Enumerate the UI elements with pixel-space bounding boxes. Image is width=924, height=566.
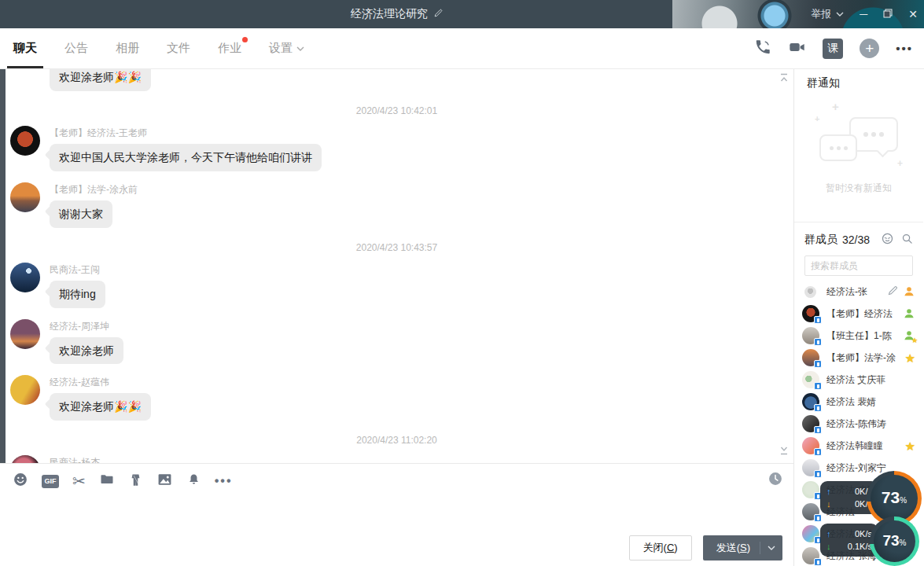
upload-arrow-icon: ↑ xyxy=(826,485,831,498)
image-icon[interactable] xyxy=(156,472,173,491)
message-bubble: 欢迎涂老师 xyxy=(50,337,123,365)
class-mode-button[interactable]: 课 xyxy=(823,39,843,59)
mobile-online-badge xyxy=(814,426,822,434)
mobile-online-badge xyxy=(814,404,822,412)
anonymous-chat-icon[interactable] xyxy=(881,232,894,248)
member-avatar xyxy=(804,286,816,298)
app-window: 经济法理论研究 举报 ─ ✕ 聊天 公告 相册 文件 作业 设置 xyxy=(0,0,924,566)
mobile-online-badge xyxy=(814,316,822,324)
bell-icon[interactable] xyxy=(186,472,201,491)
avatar[interactable] xyxy=(10,455,40,464)
star-badge-icon: ★ xyxy=(905,440,915,452)
member-avatar xyxy=(802,547,819,564)
titlebar: 经济法理论研究 举报 ─ ✕ xyxy=(0,0,924,28)
more-tools-icon[interactable]: ••• xyxy=(215,474,233,488)
member-name: 经济法-陈伟涛 xyxy=(826,417,886,431)
member-search-input[interactable] xyxy=(804,255,913,276)
report-menu[interactable]: 举报 xyxy=(811,7,844,21)
timestamp: 2020/4/23 11:02:20 xyxy=(0,435,793,446)
tab-announcement[interactable]: 公告 xyxy=(62,28,90,68)
folder-icon[interactable] xyxy=(99,472,115,491)
member-row[interactable]: 【班主任】1-陈★ xyxy=(802,325,915,347)
chat-messages[interactable]: 欢迎涂老师🎉🎉2020/4/23 10:42:01【老师】经济法-王老师欢迎中国… xyxy=(0,69,793,464)
close-button-bottom[interactable]: 关闭(C) xyxy=(629,535,692,560)
more-actions-button[interactable]: ••• xyxy=(896,42,913,55)
emoji-icon[interactable] xyxy=(13,472,28,491)
tab-settings[interactable]: 设置 xyxy=(267,28,307,68)
send-button[interactable]: 发送(S) xyxy=(703,535,782,560)
voice-call-button[interactable] xyxy=(754,39,771,59)
chat-message: 经济法-周泽坤欢迎涂老师 xyxy=(0,314,793,370)
video-call-button[interactable] xyxy=(788,39,806,59)
member-name: 经济法 艾庆菲 xyxy=(826,373,885,387)
member-avatar xyxy=(802,503,819,520)
member-row[interactable]: 经济法韩瞳瞳★ xyxy=(802,435,915,457)
mobile-online-badge xyxy=(814,360,822,368)
edit-group-name-icon[interactable] xyxy=(433,8,444,20)
avatar[interactable] xyxy=(10,126,40,156)
member-row[interactable]: 【老师】经济法 xyxy=(802,303,915,325)
member-avatar xyxy=(802,481,819,498)
member-avatar xyxy=(802,327,819,344)
avatar[interactable] xyxy=(10,182,40,212)
avatar[interactable] xyxy=(10,319,40,349)
tab-files[interactable]: 文件 xyxy=(164,28,193,68)
sender-name: 【老师】法学-涂永前 xyxy=(50,183,138,197)
member-avatar xyxy=(802,437,819,454)
member-avatar xyxy=(802,415,819,432)
window-edge-strip xyxy=(0,69,6,464)
download-arrow-icon: ↓ xyxy=(826,540,831,553)
avatar[interactable] xyxy=(10,263,40,292)
owner-badge-icon xyxy=(903,285,915,298)
member-row[interactable]: 经济法 艾庆菲 xyxy=(802,369,915,391)
member-name: 经济法 裴婧 xyxy=(826,395,876,409)
chevron-down-icon xyxy=(296,46,304,51)
member-row[interactable]: 【老师】法学-涂★ xyxy=(802,347,915,369)
member-row[interactable]: 经济法-陈伟涛 xyxy=(802,413,915,435)
chevron-down-icon xyxy=(836,12,844,17)
message-bubble: 欢迎涂老师🎉🎉 xyxy=(50,393,151,421)
add-member-button[interactable]: + xyxy=(860,39,879,58)
screenshot-scissors-icon[interactable]: ✂ xyxy=(72,473,86,489)
mobile-online-badge xyxy=(814,514,822,522)
member-name: 经济法韩瞳瞳 xyxy=(826,439,883,453)
group-title: 经济法理论研究 xyxy=(351,7,428,21)
scroll-to-top-icon[interactable] xyxy=(779,72,790,86)
send-options-caret[interactable] xyxy=(760,546,782,550)
report-label: 举报 xyxy=(811,7,831,21)
chat-message: 欢迎涂老师🎉🎉 xyxy=(0,69,793,97)
admin-badge-icon xyxy=(903,307,915,320)
edit-card-icon[interactable] xyxy=(887,285,899,300)
chat-panel: 欢迎涂老师🎉🎉2020/4/23 10:42:01【老师】经济法-王老师欢迎中国… xyxy=(0,69,794,566)
search-icon[interactable] xyxy=(901,233,913,247)
clothes-icon[interactable] xyxy=(128,472,143,491)
tab-chat[interactable]: 聊天 xyxy=(11,28,39,68)
tab-bar: 聊天 公告 相册 文件 作业 设置 课 + ••• xyxy=(0,28,924,69)
message-input[interactable] xyxy=(0,491,793,527)
battery-gauge-2[interactable]: 73% xyxy=(870,516,919,566)
member-row[interactable]: 经济法-张 xyxy=(802,281,915,303)
members-count: 32/38 xyxy=(842,233,870,246)
scroll-to-bottom-icon[interactable] xyxy=(779,445,790,459)
sender-name: 民商法-杨杰 xyxy=(50,456,123,464)
mobile-online-badge xyxy=(814,338,822,346)
gif-icon[interactable]: GIF xyxy=(42,475,59,488)
group-notice-panel: 群通知 +++ 暂时没有新通知 xyxy=(794,69,923,222)
new-homework-dot xyxy=(242,37,248,42)
member-name: 【老师】经济法 xyxy=(826,307,893,321)
minimize-button[interactable]: ─ xyxy=(860,9,867,20)
star-badge-icon: ★ xyxy=(911,336,918,344)
tab-album[interactable]: 相册 xyxy=(113,28,142,68)
member-avatar xyxy=(802,459,819,476)
history-clock-icon[interactable] xyxy=(768,471,783,490)
maximize-button[interactable] xyxy=(883,9,893,20)
mobile-online-badge xyxy=(814,470,822,478)
admin-badge-icon: ★ xyxy=(903,329,915,342)
tab-homework[interactable]: 作业 xyxy=(215,28,244,68)
sender-name: 经济法-周泽坤 xyxy=(50,320,123,333)
avatar[interactable] xyxy=(10,375,40,405)
close-button[interactable]: ✕ xyxy=(908,9,918,20)
member-row[interactable]: 经济法 裴婧 xyxy=(802,391,915,413)
empty-notice-illustration: +++ xyxy=(818,103,900,171)
sender-name: 经济法-赵蕴伟 xyxy=(50,376,151,389)
